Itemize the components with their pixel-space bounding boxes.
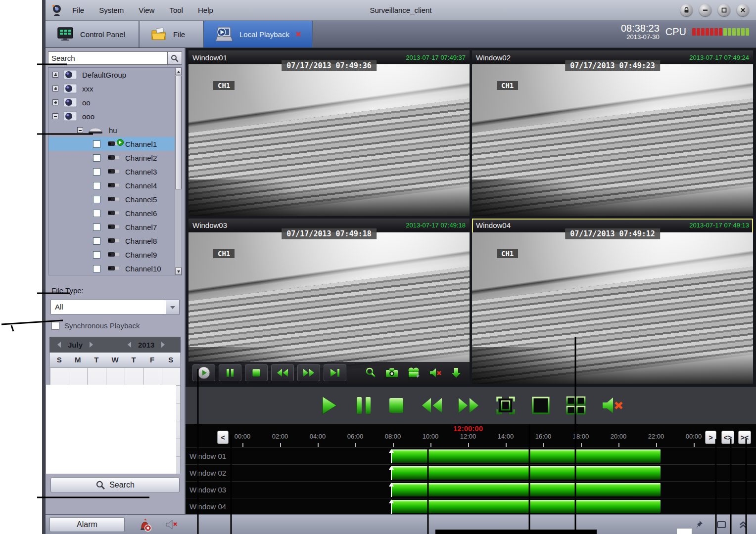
mute-button[interactable] bbox=[601, 396, 624, 415]
scroll-down-icon[interactable] bbox=[175, 267, 182, 275]
channel-checkbox[interactable] bbox=[93, 210, 100, 217]
timeline-row-window3[interactable]: Window 03 bbox=[186, 481, 756, 498]
restore-panel-icon[interactable] bbox=[716, 521, 726, 529]
channel-checkbox[interactable] bbox=[93, 154, 100, 162]
record-bar[interactable] bbox=[391, 483, 661, 496]
video-window-2[interactable]: Window02 2013-07-17 07:49:24 07/17/2013 … bbox=[472, 50, 753, 216]
minimize-button[interactable] bbox=[699, 4, 711, 16]
scroll-up-icon[interactable] bbox=[175, 68, 182, 75]
snapshot-camera-icon[interactable] bbox=[385, 367, 398, 378]
collapse-icon[interactable] bbox=[77, 127, 83, 133]
quad-screen-button[interactable] bbox=[566, 396, 586, 415]
tree-channel-4[interactable]: Channel4 bbox=[48, 178, 182, 192]
timeline-row-window4[interactable]: Window 04 bbox=[186, 498, 756, 515]
record-bar[interactable] bbox=[391, 500, 661, 513]
scrollbar-thumb[interactable] bbox=[175, 76, 182, 189]
tree-channel-9[interactable]: Channel9 bbox=[48, 248, 182, 262]
video-window-4[interactable]: Window04 2013-07-17 07:49:13 07/17/2013 … bbox=[472, 219, 753, 384]
channel-checkbox[interactable] bbox=[93, 140, 100, 148]
timeline-row-window1[interactable]: Window 01 bbox=[186, 447, 756, 464]
close-button[interactable] bbox=[737, 4, 749, 16]
tree-channel-6[interactable]: Channel6 bbox=[48, 206, 182, 220]
tree-channel-7[interactable]: Channel7 bbox=[48, 220, 182, 234]
sync-playback-checkbox[interactable] bbox=[51, 322, 59, 330]
pin-icon[interactable] bbox=[695, 520, 704, 530]
expand-icon[interactable] bbox=[52, 72, 58, 78]
record-clip-icon[interactable] bbox=[407, 367, 420, 379]
tab-control-panel[interactable]: Control Panel bbox=[46, 21, 140, 47]
alarm-button[interactable]: Alarm bbox=[49, 517, 125, 532]
menu-view[interactable]: View bbox=[139, 6, 154, 14]
tree-group-oo[interactable]: oo bbox=[48, 95, 182, 109]
tab-close-icon[interactable] bbox=[295, 31, 301, 37]
digital-zoom-icon[interactable] bbox=[365, 367, 377, 379]
window-step-forward-button[interactable] bbox=[324, 364, 346, 381]
tree-scrollbar[interactable] bbox=[175, 68, 182, 275]
channel-checkbox[interactable] bbox=[93, 223, 100, 231]
tree-channel-5[interactable]: Channel5 bbox=[48, 192, 182, 206]
collapse-icon[interactable] bbox=[52, 113, 58, 119]
calendar-day-grid[interactable] bbox=[49, 367, 181, 474]
timeline-row-window2[interactable]: Window 02 bbox=[186, 464, 756, 481]
tree-group-xxx[interactable]: xxx bbox=[48, 82, 182, 95]
window-play-button[interactable] bbox=[192, 364, 215, 381]
record-bar[interactable] bbox=[391, 449, 661, 463]
menu-system[interactable]: System bbox=[99, 6, 124, 14]
timeline-scroll-left-button[interactable]: < bbox=[217, 431, 229, 444]
search-input[interactable] bbox=[48, 51, 167, 65]
channel-checkbox[interactable] bbox=[93, 182, 100, 189]
window-fast-forward-button[interactable] bbox=[297, 364, 320, 381]
video-window-3[interactable]: Window03 2013-07-17 07:49:18 07/17/2013 … bbox=[189, 219, 470, 384]
window-pause-button[interactable] bbox=[219, 364, 241, 381]
single-screen-button[interactable] bbox=[531, 396, 551, 415]
channel-checkbox[interactable] bbox=[93, 168, 100, 176]
channel-checkbox[interactable] bbox=[93, 196, 100, 203]
timeline-zoom-in-button[interactable]: >< bbox=[738, 431, 751, 444]
tab-local-playback[interactable]: Local Playback bbox=[204, 21, 313, 47]
rewind-button[interactable] bbox=[420, 396, 443, 415]
prev-month-icon[interactable] bbox=[57, 342, 61, 348]
next-month-icon[interactable] bbox=[90, 342, 93, 348]
prev-year-icon[interactable] bbox=[128, 342, 131, 348]
next-year-icon[interactable] bbox=[161, 342, 165, 348]
expand-icon[interactable] bbox=[52, 86, 58, 91]
play-button[interactable] bbox=[318, 395, 340, 416]
window-stop-button[interactable] bbox=[245, 364, 268, 381]
window-mute-icon[interactable] bbox=[429, 367, 442, 378]
tab-file[interactable]: File bbox=[140, 21, 204, 47]
search-records-button[interactable]: Search bbox=[50, 477, 180, 493]
channel-checkbox[interactable] bbox=[93, 237, 100, 245]
tree-channel-1[interactable]: Channel1 bbox=[48, 137, 182, 151]
alarm-disabled-icon[interactable] bbox=[138, 518, 152, 532]
menu-tool[interactable]: Tool bbox=[169, 6, 183, 14]
channel-checkbox[interactable] bbox=[93, 265, 100, 272]
maximize-button[interactable] bbox=[718, 4, 730, 16]
fast-forward-button[interactable] bbox=[458, 396, 480, 415]
tree-group-defaultgroup[interactable]: DefaultGroup bbox=[48, 68, 182, 82]
lock-button[interactable] bbox=[680, 4, 693, 16]
tree-group-ooo[interactable]: ooo bbox=[48, 109, 182, 123]
timeline-scroll-right-button[interactable]: > bbox=[705, 431, 716, 444]
tree-channel-3[interactable]: Channel3 bbox=[48, 165, 182, 178]
fullscreen-button[interactable] bbox=[495, 396, 516, 415]
chevron-down-icon[interactable] bbox=[166, 300, 179, 314]
expand-icon[interactable] bbox=[52, 99, 58, 105]
file-type-dropdown[interactable]: All bbox=[50, 300, 180, 314]
audio-muted-icon[interactable] bbox=[165, 519, 178, 530]
video-window-1[interactable]: Window01 2013-07-17 07:49:37 07/17/2013 … bbox=[189, 50, 470, 216]
channel-checkbox[interactable] bbox=[93, 251, 100, 259]
tree-device-hu[interactable]: hu bbox=[48, 123, 182, 137]
tree-channel-8[interactable]: Channel8 bbox=[48, 234, 182, 248]
tree-channel-2[interactable]: Channel2 bbox=[48, 151, 182, 165]
download-icon[interactable] bbox=[451, 367, 462, 379]
window-rewind-button[interactable] bbox=[271, 364, 294, 381]
collapse-panel-icon[interactable] bbox=[739, 521, 747, 529]
pause-button[interactable] bbox=[355, 396, 373, 415]
timeline-zoom-out-button[interactable]: <> bbox=[721, 431, 734, 444]
record-bar[interactable] bbox=[391, 466, 661, 480]
stop-button[interactable] bbox=[387, 396, 405, 415]
menu-file[interactable]: File bbox=[72, 6, 84, 14]
search-submit-button[interactable] bbox=[167, 51, 182, 65]
menu-help[interactable]: Help bbox=[198, 6, 213, 14]
tree-channel-10[interactable]: Channel10 bbox=[48, 262, 182, 275]
